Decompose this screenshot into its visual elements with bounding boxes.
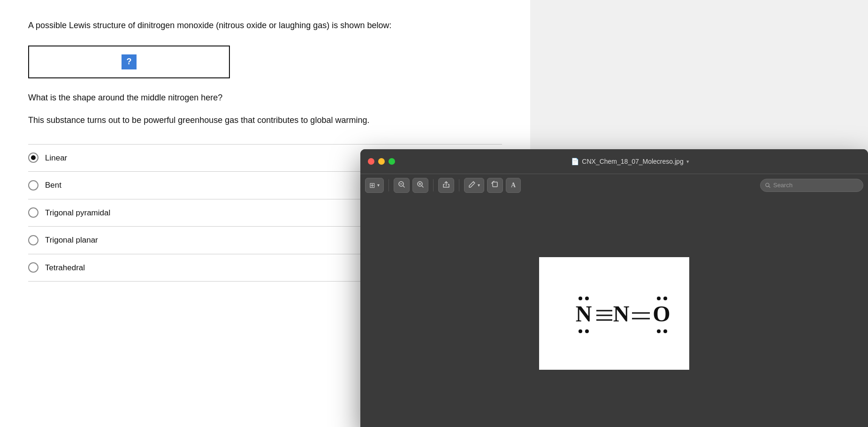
radio-linear-dot: [31, 155, 36, 160]
svg-text:N: N: [576, 301, 592, 326]
pencil-icon: [468, 181, 476, 190]
svg-rect-7: [493, 182, 497, 187]
titlebar: 📄 CNX_Chem_18_07_Molecreso.jpg ▾: [360, 149, 868, 174]
molecule-card: N N O: [539, 257, 689, 370]
svg-point-12: [579, 329, 582, 333]
image-viewer-window: 📄 CNX_Chem_18_07_Molecreso.jpg ▾ ⊞ ▾: [360, 149, 868, 427]
search-box[interactable]: [760, 179, 863, 192]
sidebar-chevron-icon: ▾: [377, 183, 380, 188]
viewer-toolbar: ⊞ ▾: [360, 174, 868, 196]
zoom-out-button[interactable]: [394, 178, 410, 193]
search-icon: [765, 183, 770, 188]
maximize-button[interactable]: [388, 158, 395, 165]
close-button[interactable]: [368, 158, 374, 165]
quiz-description: A possible Lewis structure of dinitrogen…: [28, 19, 502, 32]
zoom-in-icon: [417, 181, 424, 190]
chevron-down-icon: ▾: [686, 159, 689, 165]
rotate-button[interactable]: [487, 178, 503, 193]
radio-linear[interactable]: [28, 152, 38, 163]
zoom-in-button[interactable]: [412, 178, 428, 193]
viewer-filename: CNX_Chem_18_07_Molecreso.jpg: [582, 158, 683, 165]
share-icon: [442, 181, 450, 190]
svg-point-22: [663, 297, 667, 300]
svg-line-2: [403, 186, 404, 187]
svg-line-6: [422, 186, 423, 187]
answer-linear-label: Linear: [45, 152, 67, 164]
answer-tetrahedral-label: Tetrahedral: [45, 262, 85, 274]
zoom-out-icon: [398, 181, 405, 190]
toolbar-separator-2: [433, 179, 434, 191]
svg-point-21: [657, 297, 661, 300]
titlebar-title: 📄 CNX_Chem_18_07_Molecreso.jpg ▾: [400, 158, 860, 165]
quiz-note: This substance turns out to be powerful …: [28, 114, 502, 127]
svg-point-24: [663, 329, 667, 333]
svg-text:O: O: [653, 301, 670, 326]
answer-trigonal-planar-label: Trigonal planar: [45, 234, 98, 246]
svg-point-23: [657, 329, 661, 333]
radio-trigonal-planar[interactable]: [28, 235, 38, 245]
accessibility-icon: A: [511, 182, 516, 189]
traffic-lights: [368, 158, 395, 165]
document-icon: 📄: [571, 158, 579, 165]
sidebar-icon: ⊞: [369, 181, 375, 190]
rotate-icon: [491, 181, 499, 190]
radio-bent[interactable]: [28, 180, 38, 191]
accessibility-button[interactable]: A: [506, 178, 521, 193]
lewis-structure-svg: N N O: [548, 276, 680, 351]
minimize-button[interactable]: [378, 158, 385, 165]
lewis-structure-image-placeholder: ?: [28, 46, 230, 78]
answer-bent-label: Bent: [45, 179, 61, 191]
svg-point-11: [585, 297, 589, 300]
annotate-button[interactable]: ▾: [464, 178, 484, 193]
radio-trigonal-pyramidal[interactable]: [28, 207, 38, 218]
quiz-question: What is the shape around the middle nitr…: [28, 92, 502, 104]
answer-trigonal-pyramidal-label: Trigonal pyramidal: [45, 207, 110, 219]
toolbar-separator-1: [388, 179, 389, 191]
annotate-chevron-icon: ▾: [478, 183, 480, 188]
svg-point-10: [579, 297, 582, 300]
sidebar-toggle-button[interactable]: ⊞ ▾: [365, 178, 384, 193]
toolbar-separator-3: [459, 179, 459, 191]
svg-text:N: N: [613, 301, 630, 326]
viewer-content: N N O: [360, 196, 868, 427]
share-button[interactable]: [438, 178, 454, 193]
placeholder-icon: ?: [122, 54, 137, 69]
svg-point-13: [585, 329, 589, 333]
svg-line-9: [769, 186, 770, 187]
search-input[interactable]: [773, 182, 858, 189]
radio-tetrahedral[interactable]: [28, 262, 38, 273]
